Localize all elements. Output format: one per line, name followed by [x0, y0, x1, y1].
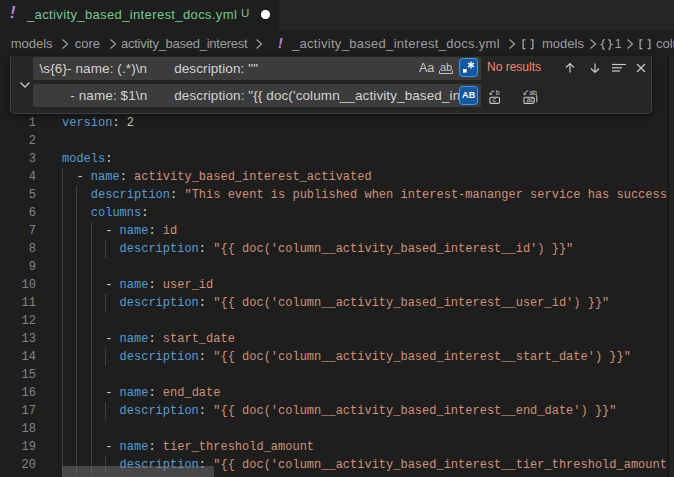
svg-text:ab: ab [440, 61, 452, 73]
svg-text:b: b [495, 89, 499, 96]
svg-text:ac: ac [526, 96, 534, 103]
svg-text:c: c [492, 96, 496, 103]
